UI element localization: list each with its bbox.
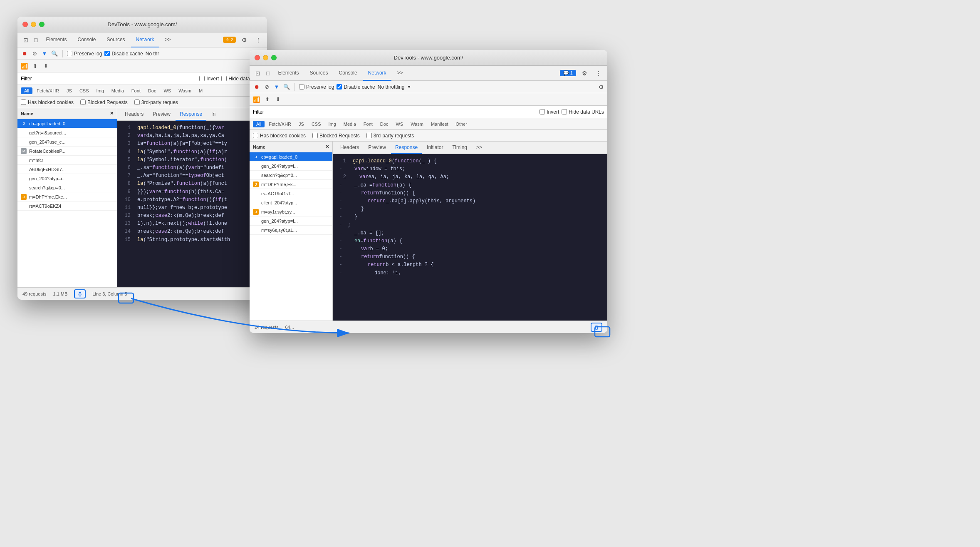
export-button-1[interactable]: ⬇: [42, 62, 49, 70]
preserve-log-label-1[interactable]: Preserve log: [67, 51, 102, 57]
format-button-2[interactable]: {}: [591, 323, 602, 332]
list-item-2-7[interactable]: J m=sy1r,sybt,sy...: [250, 207, 332, 216]
blocked-requests-cb-2[interactable]: [312, 133, 318, 138]
cursor-icon[interactable]: ⊡: [21, 35, 31, 45]
filter-icon-1[interactable]: ▼: [41, 50, 48, 57]
filter-other-2[interactable]: Other: [452, 121, 470, 127]
filter-js-2[interactable]: JS: [295, 121, 307, 127]
tab-elements-2[interactable]: Elements: [273, 66, 304, 81]
filter-wasm-2[interactable]: Wasm: [407, 121, 427, 127]
tab-network-1[interactable]: Network: [131, 32, 159, 47]
maximize-button-2[interactable]: [271, 55, 277, 60]
filter-css-2[interactable]: CSS: [308, 121, 324, 127]
filter-fetch-2[interactable]: Fetch/XHR: [265, 121, 294, 127]
filter-fetch-1[interactable]: Fetch/XHR: [33, 87, 62, 94]
filter-media-1[interactable]: Media: [108, 87, 127, 94]
minimize-button-2[interactable]: [263, 55, 268, 60]
preserve-log-checkbox-2[interactable]: [299, 84, 304, 90]
blocked-cookies-label-2[interactable]: Has blocked cookies: [253, 133, 306, 139]
list-item-1-1[interactable]: J cb=gapi.loaded_0: [17, 119, 117, 128]
import-button-1[interactable]: ⬆: [31, 62, 39, 70]
export-button-2[interactable]: ⬇: [274, 96, 282, 103]
more-icon-1[interactable]: ⋮: [253, 36, 264, 44]
disable-cache-checkbox-1[interactable]: [104, 51, 110, 56]
list-item-2-5[interactable]: rs=ACT9oGsT...: [250, 189, 332, 198]
invert-label-1[interactable]: Invert: [199, 76, 219, 82]
tab-elements-1[interactable]: Elements: [41, 32, 72, 47]
close-button-2[interactable]: [255, 55, 260, 60]
clear-button-2[interactable]: ⊘: [263, 83, 270, 91]
tab-sources-2[interactable]: Sources: [305, 66, 333, 81]
format-button-1[interactable]: {}: [74, 289, 86, 298]
disable-cache-checkbox-2[interactable]: [337, 84, 342, 90]
filter-media-2[interactable]: Media: [340, 121, 359, 127]
list-item-2-3[interactable]: search?q&cp=0...: [250, 171, 332, 180]
list-item-1-5[interactable]: m=hfcr: [17, 156, 117, 165]
invert-label-2[interactable]: Invert: [539, 109, 559, 115]
filter-more-1[interactable]: M: [196, 87, 206, 94]
close-button-1[interactable]: [22, 22, 28, 27]
list-item-1-4[interactable]: P RotateCookiesP...: [17, 147, 117, 156]
filter-js-1[interactable]: JS: [63, 87, 75, 94]
tab-more-1[interactable]: >>: [160, 32, 176, 47]
import-button-2[interactable]: ⬆: [263, 96, 271, 103]
tab-preview-2[interactable]: Preview: [364, 142, 390, 154]
disable-cache-label-1[interactable]: Disable cache: [104, 51, 143, 57]
record-button-2[interactable]: ⏺: [253, 83, 260, 91]
filter-manifest-2[interactable]: Manifest: [428, 121, 452, 127]
close-panel-2[interactable]: ✕: [325, 144, 329, 149]
list-item-1-7[interactable]: gen_204?atyp=i...: [17, 174, 117, 183]
list-item-1-10[interactable]: rs=ACT9oEKZ4: [17, 201, 117, 211]
list-item-1-3[interactable]: gen_204?use_c...: [17, 137, 117, 147]
wifi-icon-2[interactable]: 📶: [253, 96, 260, 103]
filter-all-2[interactable]: All: [253, 121, 265, 127]
filter-img-1[interactable]: Img: [93, 87, 107, 94]
filter-doc-1[interactable]: Doc: [145, 87, 160, 94]
list-item-1-9[interactable]: J m=DhPYme,Eke...: [17, 192, 117, 201]
hide-data-urls-checkbox-1[interactable]: [221, 76, 227, 81]
mobile-icon-2[interactable]: □: [264, 68, 272, 78]
minimize-button-1[interactable]: [31, 22, 36, 27]
throttle-dropdown-2[interactable]: ▼: [407, 85, 411, 89]
close-panel-1[interactable]: ✕: [110, 111, 114, 116]
tab-console-2[interactable]: Console: [334, 66, 362, 81]
list-item-2-1[interactable]: J cb=gapi.loaded_0: [250, 152, 332, 162]
filter-font-2[interactable]: Font: [360, 121, 376, 127]
third-party-label-1[interactable]: 3rd-party reques: [134, 99, 178, 105]
tab-headers-2[interactable]: Headers: [336, 142, 363, 154]
list-item-2-9[interactable]: m=sy6s,sy6t,aL...: [250, 226, 332, 235]
preserve-log-label-2[interactable]: Preserve log: [299, 84, 334, 90]
filter-img-2[interactable]: Img: [325, 121, 339, 127]
blocked-cookies-cb-1[interactable]: [21, 99, 26, 105]
blocked-requests-cb-1[interactable]: [80, 99, 86, 105]
tab-preview-1[interactable]: Preview: [148, 108, 175, 121]
clear-button-1[interactable]: ⊘: [31, 50, 38, 57]
blocked-cookies-label-1[interactable]: Has blocked cookies: [21, 99, 74, 105]
filter-all-1[interactable]: All: [21, 87, 32, 94]
blocked-requests-label-2[interactable]: Blocked Requests: [312, 133, 360, 139]
filter-wasm-1[interactable]: Wasm: [175, 87, 195, 94]
blocked-requests-label-1[interactable]: Blocked Requests: [80, 99, 128, 105]
tab-sources-1[interactable]: Sources: [102, 32, 130, 47]
tab-initiator-2[interactable]: Initiator: [423, 142, 447, 154]
invert-checkbox-1[interactable]: [199, 76, 205, 81]
record-button-1[interactable]: ⏺: [21, 50, 28, 57]
tab-more-2[interactable]: >>: [392, 66, 408, 81]
filter-icon-2[interactable]: ▼: [273, 83, 280, 91]
cursor-icon-2[interactable]: ⊡: [253, 68, 263, 78]
tab-timing-2[interactable]: Timing: [448, 142, 471, 154]
maximize-button-1[interactable]: [39, 22, 45, 27]
list-item-2-6[interactable]: client_204?atyp...: [250, 198, 332, 207]
filter-css-1[interactable]: CSS: [76, 87, 92, 94]
list-item-1-8[interactable]: search?q&cp=0...: [17, 183, 117, 192]
search-button-1[interactable]: 🔍: [51, 50, 58, 57]
filter-input-2[interactable]: [267, 109, 537, 115]
tab-response-1[interactable]: Response: [176, 108, 206, 121]
third-party-cb-1[interactable]: [134, 99, 140, 105]
tab-in-1[interactable]: In: [207, 108, 220, 121]
filter-font-1[interactable]: Font: [128, 87, 144, 94]
preserve-log-checkbox-1[interactable]: [67, 51, 72, 56]
filter-ws-1[interactable]: WS: [160, 87, 174, 94]
tab-network-2[interactable]: Network: [363, 66, 391, 81]
settings-icon-2[interactable]: ⚙: [579, 69, 590, 77]
